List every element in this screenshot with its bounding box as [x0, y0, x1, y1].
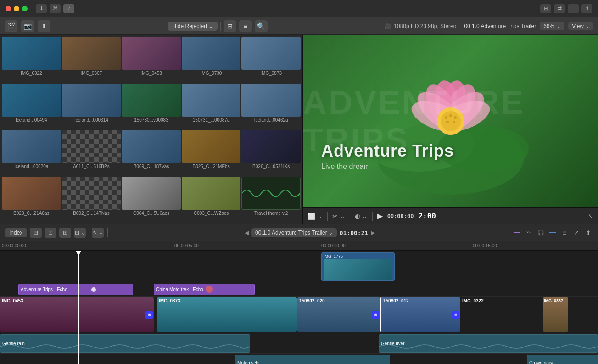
clip-crowd[interactable]: Crowd noise [527, 355, 598, 364]
clip-gentle-river[interactable]: Gentle river [379, 334, 598, 353]
clip-img1775[interactable]: IMG_1775 [321, 252, 395, 281]
media-thumb-img_0873 [241, 37, 301, 70]
zoom-control[interactable]: 66% ⌄ [540, 22, 564, 30]
photos-icon[interactable]: 📷 [21, 20, 34, 32]
tl-icon-2[interactable]: ⊡ [45, 228, 56, 238]
media-thumb-c003_wzacs [182, 177, 241, 210]
tl-mute-btn[interactable]: ━━ [548, 228, 558, 238]
clip-attach-icon-3: ⊞ [452, 311, 459, 319]
library-icon[interactable]: 🎬 [5, 20, 17, 32]
tl-icon-3[interactable]: ⊞ [59, 228, 71, 238]
tl-headphone-btn[interactable]: 🎧 [536, 228, 546, 238]
expand-button[interactable]: ⤡ [588, 213, 593, 220]
media-item-img_0367[interactable]: IMG_0367 [62, 37, 121, 83]
media-label-iceland_00620a: Iceland...00620a [2, 163, 61, 170]
clip-img0453-strip[interactable]: IMG_0453 ⊞ [0, 297, 154, 332]
index-button[interactable]: Index [5, 228, 27, 237]
media-label-img_0873: IMG_0873 [241, 70, 301, 77]
tl-wave-btn[interactable]: 〰 [524, 228, 534, 238]
clip-china-echo[interactable]: China Moto-trek - Echo [154, 284, 255, 295]
media-label-clip_150731: 150731_...00087a [182, 117, 241, 123]
clip-img0322-strip[interactable]: IMG_0322 [460, 297, 543, 332]
tl-expand-btn[interactable]: ⤢ [571, 228, 581, 238]
hide-rejected-button[interactable]: Hide Rejected ⌄ [168, 22, 217, 31]
media-item-iceland_00620a[interactable]: Iceland...00620a [2, 130, 61, 176]
media-thumb-b028_21a6as [2, 177, 61, 210]
sliders-icon[interactable]: ≡ [568, 4, 579, 13]
download-icon[interactable]: ⬇ [36, 4, 47, 13]
media-thumb-iceland_00620a [2, 130, 61, 163]
media-item-clip_150730[interactable]: 150730...v00083 [122, 84, 181, 129]
sort-icon[interactable]: ≡ [239, 20, 252, 32]
broll-track: IMG_1775 [0, 251, 598, 283]
minimize-button[interactable] [14, 6, 19, 11]
clip-150802-012-strip[interactable]: 150802_012 ⊞ [380, 297, 460, 332]
duration-display: 2:00 [418, 212, 436, 220]
clip-motorcycle[interactable]: Motorcycle [235, 355, 390, 364]
maximize-button[interactable] [22, 6, 28, 11]
media-item-a011_516bps[interactable]: A011_C...516BPs [62, 130, 121, 176]
view-button[interactable]: View ⌄ [568, 22, 593, 30]
tl-export-btn[interactable]: ⬆ [583, 228, 593, 238]
clip-img0367-strip[interactable]: IMG_0367 [543, 297, 568, 332]
search-icon[interactable]: 🔍 [255, 20, 268, 32]
ruler-mark-3: 00:00:15:00 [473, 243, 497, 248]
media-item-c004_5u6acs[interactable]: C004_C...5U6acs [122, 177, 181, 223]
clip-adventure-echo[interactable]: Adventure Trips - Echo [18, 284, 133, 295]
tl-purple-btn[interactable]: ━━ [512, 228, 522, 238]
clip-gentle-rain[interactable]: Gentle rain [0, 334, 250, 353]
clip-150802-020-strip[interactable]: 150802_020 ⊞ [297, 297, 380, 332]
media-label-b002_14tnas: B002_C...14TNas [62, 210, 121, 217]
ctrl-sep-2 [350, 212, 350, 221]
check-icon[interactable]: ✓ [63, 4, 74, 13]
clip-img0322-label: IMG_0322 [462, 298, 484, 303]
playhead[interactable] [78, 251, 79, 364]
media-item-img_0873[interactable]: IMG_0873 [241, 37, 301, 83]
filter-icon[interactable]: ⊟ [224, 20, 236, 32]
play-button[interactable]: ▶ [377, 212, 383, 220]
media-label-travel_theme_v2: Travel theme v.2 [241, 210, 301, 217]
color-button[interactable]: ◐ ⌄ [355, 213, 368, 220]
media-label-img_0453: IMG_0453 [122, 70, 181, 77]
grid-icon[interactable]: ⊞ [540, 4, 551, 13]
media-item-iceland_00494[interactable]: Iceland...00494 [2, 84, 61, 129]
project-name: 00.1.0 Adventure Trips Trailer [464, 23, 536, 29]
media-item-travel_theme_v2[interactable]: Travel theme v.2 [241, 177, 301, 223]
media-item-b025_21mebs[interactable]: B025_C...21MEbs [182, 130, 241, 176]
media-thumb-clip_150730 [122, 84, 181, 117]
media-label-c003_wzacs: C003_C...WZacs [182, 210, 241, 217]
media-item-img_0730[interactable]: IMG_0730 [182, 37, 241, 83]
media-item-iceland_00462a[interactable]: Iceland...00462a [241, 84, 301, 129]
media-item-clip_150731[interactable]: 150731_...00087a [182, 84, 241, 129]
close-button[interactable] [6, 6, 11, 11]
media-item-b026_0521ixs[interactable]: B026_C...0521IXs [241, 130, 301, 176]
echo-track-row: Adventure Trips - Echo China Moto-trek -… [0, 283, 598, 297]
share-icon[interactable]: ⬆ [38, 20, 50, 32]
media-thumb-img_0730 [182, 37, 241, 70]
tl-icon-1[interactable]: ⊟ [30, 228, 42, 238]
trim-button[interactable]: ✂ ⌄ [332, 213, 345, 220]
swap-icon[interactable]: ⇄ [554, 4, 565, 13]
timeline-toolbar-left: Index ⊟ ⊡ ⊞ ⊟ ⌄ ↖ ⌄ [5, 228, 104, 238]
prev-arrow[interactable]: ◀ [245, 230, 249, 236]
key-icon[interactable]: ⌘ [50, 4, 61, 13]
tl-icon-4[interactable]: ⊟ ⌄ [74, 228, 86, 238]
clip-img0873-strip[interactable]: IMG_0873 [157, 297, 297, 332]
aspect-ratio-button[interactable]: ⬜ ⌄ [307, 213, 323, 220]
media-item-c003_wzacs[interactable]: C003_C...WZacs [182, 177, 241, 223]
ctrl-sep-3 [372, 212, 373, 221]
clip-150802012-label: 150802_012 [383, 298, 409, 303]
media-item-b028_21a6as[interactable]: B028_C...21A6as [2, 177, 61, 223]
next-arrow[interactable]: ▶ [371, 230, 375, 236]
media-item-iceland_000314[interactable]: Iceland...000314 [62, 84, 121, 129]
tl-cut-btn[interactable]: ⊟ [559, 228, 570, 238]
timeline-toolbar-right: ━━ 〰 🎧 ━━ ⊟ ⤢ ⬆ [512, 228, 593, 238]
media-item-img_0322[interactable]: IMG_0322 [2, 37, 61, 83]
project-selector[interactable]: 00.1.0 Adventure Trips Trailer ⌄ [251, 228, 337, 237]
media-item-b002_14tnas[interactable]: B002_C...14TNas [62, 177, 121, 223]
media-item-b009_187vas[interactable]: B009_C...187Vas [122, 130, 181, 176]
upload-icon[interactable]: ⬆ [581, 4, 592, 13]
media-thumb-iceland_000314 [62, 84, 121, 117]
cursor-tool[interactable]: ↖ ⌄ [92, 228, 104, 238]
media-item-img_0453[interactable]: IMG_0453 [122, 37, 181, 83]
